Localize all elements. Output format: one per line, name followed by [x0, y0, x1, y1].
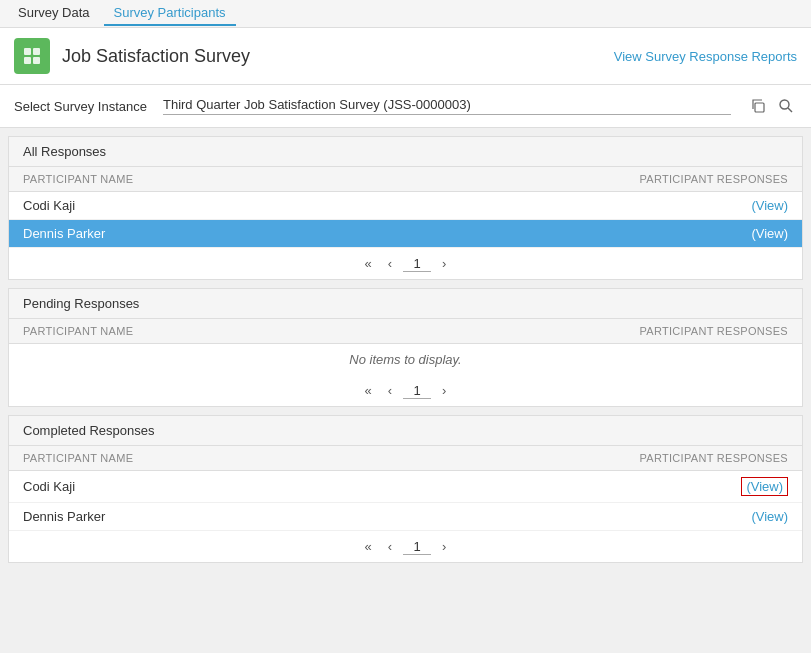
view-link-completed-0[interactable]: (View): [741, 477, 788, 496]
next-page-btn[interactable]: ›: [437, 254, 451, 273]
participant-name: Dennis Parker: [23, 509, 105, 524]
tab-survey-data[interactable]: Survey Data: [8, 1, 100, 26]
pending-responses-header: Pending Responses: [9, 289, 802, 319]
svg-point-1: [780, 100, 789, 109]
tabs-bar: Survey Data Survey Participants: [0, 0, 811, 28]
all-row-0: Codi Kaji (View): [9, 192, 802, 220]
view-reports-link[interactable]: View Survey Response Reports: [614, 49, 797, 64]
completed-next-btn[interactable]: ›: [437, 537, 451, 556]
survey-title: Job Satisfaction Survey: [62, 46, 250, 67]
svg-rect-0: [755, 103, 764, 112]
completed-responses-section: Completed Responses PARTICIPANT NAME PAR…: [8, 415, 803, 563]
pending-responses-section: Pending Responses PARTICIPANT NAME PARTI…: [8, 288, 803, 407]
pending-col-responses: PARTICIPANT RESPONSES: [639, 325, 788, 337]
pending-next-btn[interactable]: ›: [437, 381, 451, 400]
tab-survey-participants[interactable]: Survey Participants: [104, 1, 236, 26]
pending-col-participant: PARTICIPANT NAME: [23, 325, 133, 337]
completed-responses-header: Completed Responses: [9, 416, 802, 446]
completed-prev-btn[interactable]: ‹: [383, 537, 397, 556]
prev-page-btn[interactable]: ‹: [383, 254, 397, 273]
completed-column-headers: PARTICIPANT NAME PARTICIPANT RESPONSES: [9, 446, 802, 471]
completed-row-0: Codi Kaji (View): [9, 471, 802, 503]
instance-value: Third Quarter Job Satisfaction Survey (J…: [163, 97, 731, 115]
participant-name: Codi Kaji: [23, 198, 75, 213]
search-icon[interactable]: [775, 95, 797, 117]
view-link-all-0[interactable]: (View): [751, 198, 788, 213]
instance-selector-bar: Select Survey Instance Third Quarter Job…: [0, 85, 811, 128]
participant-name: Codi Kaji: [23, 479, 75, 494]
completed-col-participant: PARTICIPANT NAME: [23, 452, 133, 464]
view-link-completed-1[interactable]: (View): [751, 509, 788, 524]
copy-icon[interactable]: [747, 95, 769, 117]
view-link-all-1[interactable]: (View): [751, 226, 788, 241]
instance-label: Select Survey Instance: [14, 99, 147, 114]
all-responses-section: All Responses PARTICIPANT NAME PARTICIPA…: [8, 136, 803, 280]
page-number-input[interactable]: [403, 256, 431, 272]
pending-prev-btn[interactable]: ‹: [383, 381, 397, 400]
completed-row-1: Dennis Parker (View): [9, 503, 802, 531]
all-col-participant: PARTICIPANT NAME: [23, 173, 133, 185]
header-bar: Job Satisfaction Survey View Survey Resp…: [0, 28, 811, 85]
completed-page-number[interactable]: [403, 539, 431, 555]
pending-pagination: « ‹ ›: [9, 375, 802, 406]
svg-line-2: [788, 108, 792, 112]
pending-page-number[interactable]: [403, 383, 431, 399]
completed-first-btn[interactable]: «: [360, 537, 377, 556]
all-responses-pagination: « ‹ ›: [9, 248, 802, 279]
all-row-1[interactable]: Dennis Parker (View): [9, 220, 802, 248]
completed-col-responses: PARTICIPANT RESPONSES: [639, 452, 788, 464]
all-responses-column-headers: PARTICIPANT NAME PARTICIPANT RESPONSES: [9, 167, 802, 192]
k2-logo: [14, 38, 50, 74]
participant-name: Dennis Parker: [23, 226, 105, 241]
completed-pagination: « ‹ ›: [9, 531, 802, 562]
pending-first-btn[interactable]: «: [360, 381, 377, 400]
all-responses-header: All Responses: [9, 137, 802, 167]
pending-no-items: No items to display.: [9, 344, 802, 375]
all-col-responses: PARTICIPANT RESPONSES: [639, 173, 788, 185]
pending-column-headers: PARTICIPANT NAME PARTICIPANT RESPONSES: [9, 319, 802, 344]
first-page-btn[interactable]: «: [360, 254, 377, 273]
